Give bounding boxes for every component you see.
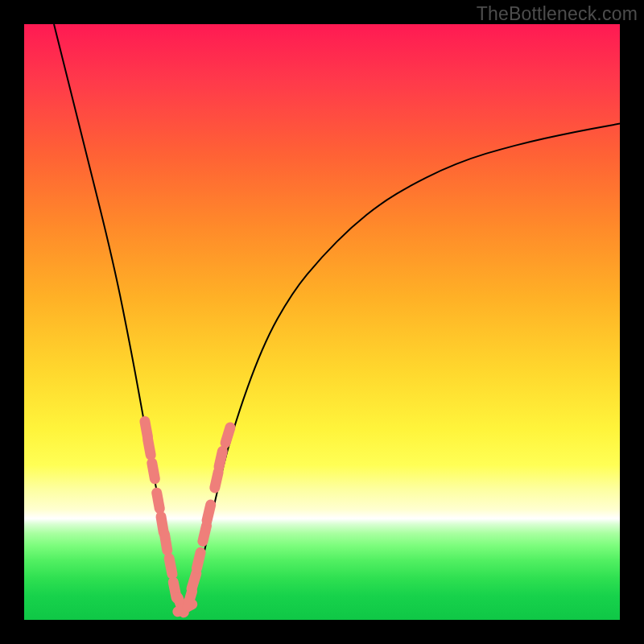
marker-pill	[203, 526, 207, 541]
marker-pill	[197, 552, 201, 568]
chart-svg	[24, 24, 620, 620]
marker-pill	[157, 493, 160, 509]
marker-pill	[148, 440, 151, 456]
marker-pill	[219, 451, 222, 467]
marker-pill	[215, 472, 218, 488]
marker-pill	[165, 535, 167, 551]
chart-frame: TheBottleneck.com	[0, 0, 644, 644]
marker-pill	[152, 463, 155, 479]
plot-area	[24, 24, 620, 620]
marker-pill	[207, 505, 211, 520]
marker-pill	[225, 427, 230, 443]
watermark-text: TheBottleneck.com	[477, 3, 638, 25]
marker-pill	[169, 559, 172, 575]
marker-pill	[192, 573, 196, 588]
highlight-markers	[145, 421, 230, 612]
curve-line	[54, 24, 620, 617]
bottleneck-curve	[54, 24, 620, 617]
